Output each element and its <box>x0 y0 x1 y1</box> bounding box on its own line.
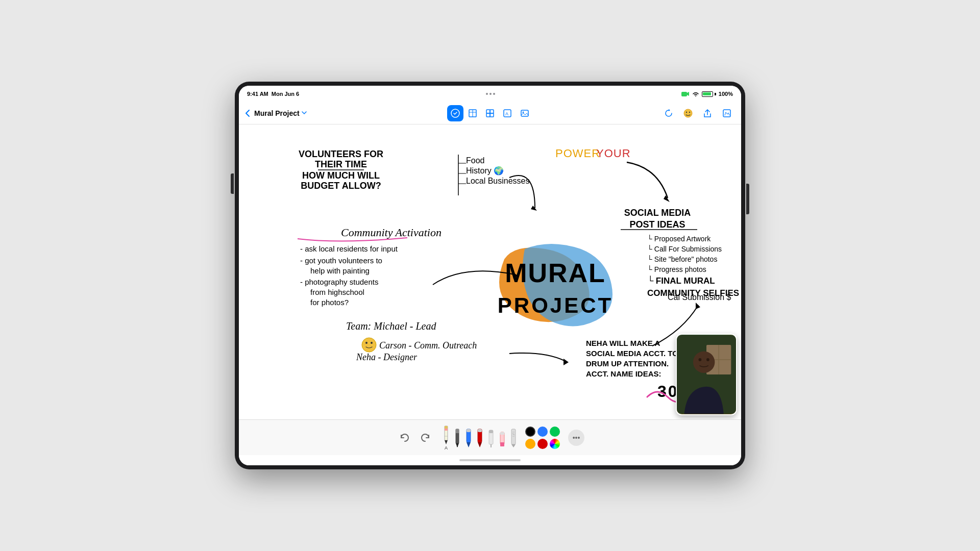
status-right: 100% <box>681 91 733 97</box>
svg-rect-81 <box>456 429 459 433</box>
spray-tool[interactable] <box>487 428 495 447</box>
color-blue[interactable] <box>537 427 548 437</box>
date-display: Mon Jun 6 <box>272 91 299 97</box>
svg-point-15 <box>686 111 687 112</box>
pencil-label: A <box>445 445 448 450</box>
dropdown-arrow-icon <box>302 111 307 115</box>
svg-marker-53 <box>696 303 700 309</box>
time-display: 9:41 AM <box>247 91 268 97</box>
redo-button[interactable] <box>416 429 434 447</box>
history-button[interactable] <box>660 105 677 121</box>
svg-text:- ask local residents for inpu: - ask local residents for input <box>300 244 398 253</box>
svg-text:- got youth volunteers to: - got youth volunteers to <box>300 256 382 265</box>
ipad-screen: 9:41 AM Mon Jun 6 <box>239 86 741 465</box>
table-tool-button[interactable] <box>464 105 481 121</box>
red-marker-tool[interactable] <box>476 428 483 447</box>
battery-percent: 100% <box>719 91 733 97</box>
svg-point-57 <box>371 342 373 344</box>
pencil-tool[interactable]: A <box>443 425 450 450</box>
svg-text:Team: Michael - Lead: Team: Michael - Lead <box>346 320 436 332</box>
text-tool-button[interactable]: A <box>499 105 516 121</box>
drawing-toolbar: A <box>239 419 741 455</box>
svg-rect-89 <box>478 429 482 432</box>
svg-point-56 <box>365 342 368 344</box>
svg-text:└ Site "before" photos: └ Site "before" photos <box>647 255 717 263</box>
svg-marker-60 <box>564 359 569 365</box>
svg-rect-95 <box>500 442 504 446</box>
svg-text:VOLUNTEERS FOR: VOLUNTEERS FOR <box>299 149 383 159</box>
svg-point-13 <box>523 111 524 113</box>
svg-rect-77 <box>445 429 448 431</box>
svg-rect-7 <box>490 110 494 113</box>
svg-text:A: A <box>505 111 508 116</box>
svg-rect-8 <box>486 113 490 117</box>
back-button[interactable] <box>245 109 250 117</box>
eraser-tool[interactable] <box>499 428 506 447</box>
more-options-button[interactable]: ••• <box>568 430 584 446</box>
toolbar-right <box>537 105 735 121</box>
undo-button[interactable] <box>396 429 414 447</box>
blue-marker-tool[interactable] <box>465 428 472 447</box>
svg-text:BUDGET ALLOW?: BUDGET ALLOW? <box>301 181 381 191</box>
video-person <box>677 335 736 414</box>
svg-text:Local Businesses: Local Businesses <box>466 177 530 185</box>
ipad-frame: 9:41 AM Mon Jun 6 <box>235 82 745 469</box>
color-black[interactable] <box>525 427 535 437</box>
image-tool-button[interactable] <box>517 105 533 121</box>
svg-marker-102 <box>511 444 516 447</box>
svg-point-55 <box>362 338 376 352</box>
handwriting-canvas: VOLUNTEERS FOR THEIR TIME HOW MUCH WILL … <box>239 124 741 419</box>
document-title[interactable]: Mural Project <box>254 109 307 117</box>
svg-marker-23 <box>531 206 537 211</box>
svg-text:Food: Food <box>466 156 484 165</box>
svg-text:HOW MUCH WILL: HOW MUCH WILL <box>302 170 380 181</box>
status-dots <box>486 93 495 95</box>
home-indicator[interactable] <box>239 455 741 465</box>
svg-point-16 <box>689 111 690 112</box>
svg-rect-12 <box>521 110 528 116</box>
svg-text:PROJECT: PROJECT <box>498 293 613 317</box>
svg-text:Cal Submission $: Cal Submission $ <box>668 293 731 302</box>
shapes-tool-button[interactable] <box>482 105 498 121</box>
texture-tool[interactable] <box>510 428 517 447</box>
svg-rect-92 <box>489 430 493 433</box>
svg-point-72 <box>699 358 702 361</box>
color-gradient[interactable] <box>550 439 560 449</box>
status-left: 9:41 AM Mon Jun 6 <box>247 91 299 97</box>
svg-rect-97 <box>511 429 516 444</box>
wifi-icon <box>692 91 699 97</box>
pen-tool-button[interactable] <box>447 105 463 121</box>
share-button[interactable] <box>699 105 716 121</box>
color-green[interactable] <box>550 427 560 437</box>
svg-text:THEIR TIME: THEIR TIME <box>315 159 367 169</box>
toolbar-center: A <box>447 105 533 121</box>
svg-text:YOUR: YOUR <box>596 147 631 160</box>
svg-text:ACCT. NAME IDEAS:: ACCT. NAME IDEAS: <box>586 369 662 378</box>
svg-text:POST IDEAS: POST IDEAS <box>629 219 685 230</box>
svg-rect-96 <box>500 432 504 435</box>
canvas-area[interactable]: VOLUNTEERS FOR THEIR TIME HOW MUCH WILL … <box>239 124 741 419</box>
svg-rect-0 <box>681 92 687 96</box>
color-yellow[interactable] <box>525 439 535 449</box>
color-row-2 <box>525 439 560 449</box>
svg-rect-76 <box>445 426 448 429</box>
svg-text:└ Progress photos: └ Progress photos <box>647 265 706 273</box>
svg-text:from highschool: from highschool <box>310 288 364 296</box>
main-toolbar: Mural Project <box>239 102 741 124</box>
svg-text:help with painting: help with painting <box>310 266 370 275</box>
pen-tool[interactable] <box>454 428 461 447</box>
sticker-button[interactable] <box>680 105 696 121</box>
video-call-overlay[interactable] <box>676 334 737 415</box>
svg-point-73 <box>706 358 709 361</box>
svg-rect-85 <box>467 429 471 432</box>
status-bar: 9:41 AM Mon Jun 6 <box>239 86 741 102</box>
color-red[interactable] <box>537 439 548 449</box>
svg-marker-1 <box>687 92 689 96</box>
svg-text:- photography students: - photography students <box>300 278 378 286</box>
undo-redo-group <box>396 429 434 447</box>
edit-button[interactable] <box>719 105 735 121</box>
svg-point-82 <box>457 446 458 447</box>
camera-icon <box>681 91 690 97</box>
svg-text:Carson - Comm. Outreach: Carson - Comm. Outreach <box>379 340 477 350</box>
svg-rect-6 <box>486 110 490 113</box>
